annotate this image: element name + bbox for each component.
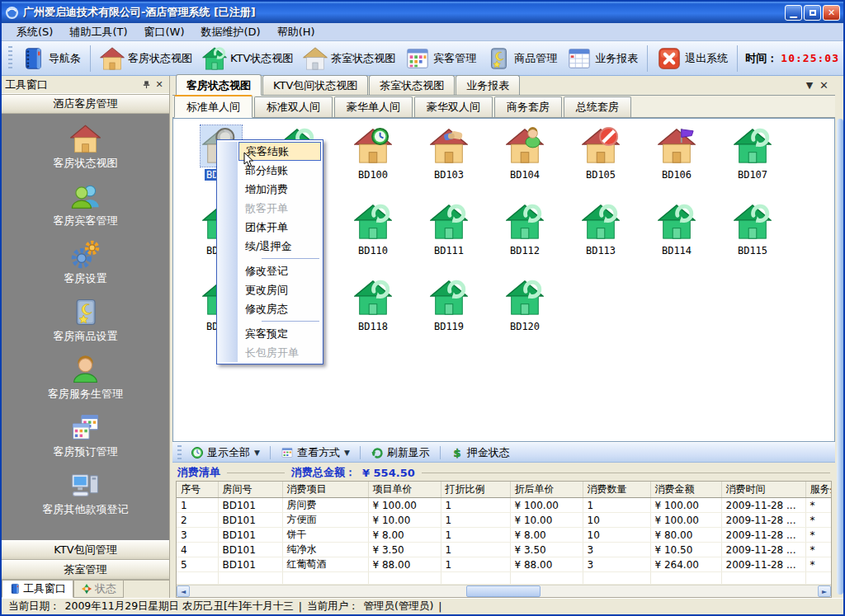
room-BD112[interactable]: BD112 xyxy=(487,201,563,277)
context-menu-item[interactable]: 更改房间 xyxy=(238,280,321,299)
sidebar-section-bar[interactable]: 茶室管理 xyxy=(2,560,169,580)
sidebar-item-computer[interactable]: 客房其他款项登记 xyxy=(43,470,129,517)
table-header-cell[interactable]: 折后单价 xyxy=(510,482,583,498)
room-type-tab[interactable]: 标准单人间 xyxy=(174,95,253,118)
room-BD104[interactable]: BD104 xyxy=(487,125,563,201)
context-menu-item[interactable]: 团体开单 xyxy=(238,218,321,237)
document-tab[interactable]: 茶室状态视图 xyxy=(369,75,455,95)
scrollbar-thumb[interactable] xyxy=(466,585,541,597)
sidebar-section-hotel-room-management[interactable]: 酒店客房管理 xyxy=(2,94,169,114)
room-type-tab[interactable]: 商务套房 xyxy=(494,96,562,117)
menubar-item[interactable]: 帮助(H) xyxy=(269,23,323,41)
view-toolbar-button-dollar-green[interactable]: $押金状态 xyxy=(445,444,516,461)
room-BD105[interactable]: BD105 xyxy=(563,125,639,201)
context-menu-item[interactable]: 宾客结账 xyxy=(238,142,321,161)
toolbar-button-calendar-grid[interactable]: 宾客管理 xyxy=(400,44,481,73)
minimize-button[interactable]: ▁ xyxy=(785,5,802,21)
sidebar-item-house-red[interactable]: 客房状态视图 xyxy=(54,124,118,171)
table-header-cell[interactable]: 打折比例 xyxy=(441,482,510,498)
tab-close-icon[interactable]: ✕ xyxy=(819,79,828,92)
room-BD100[interactable]: BD100 xyxy=(335,125,411,201)
scroll-left-arrow-icon[interactable]: ◄ xyxy=(177,585,190,597)
toolbar-button-house-red[interactable]: 客房状态视图 xyxy=(95,44,197,73)
table-row[interactable]: 2BD101方便面¥ 10.001¥ 10.0010¥ 100.002009-1… xyxy=(177,513,832,528)
sidebar-item-people[interactable]: 客房宾客管理 xyxy=(54,181,118,228)
menubar-item[interactable]: 系统(S) xyxy=(8,23,61,41)
view-toolbar-button-refresh-green[interactable]: 刷新显示 xyxy=(365,444,436,461)
context-menu-item[interactable]: 宾客预定 xyxy=(238,324,321,343)
room-BD114[interactable]: BD114 xyxy=(639,201,715,277)
view-toolbar-buttons: 显示全部▼查看方式▼刷新显示$押金状态 xyxy=(185,444,516,461)
table-row[interactable]: 5BD101红葡萄酒¥ 88.001¥ 88.003¥ 264.002009-1… xyxy=(177,557,832,572)
view-toolbar-button-view-grid[interactable]: 查看方式▼ xyxy=(275,444,356,461)
room-BD118[interactable]: BD118 xyxy=(335,277,411,353)
table-row[interactable]: 1BD101房间费¥ 100.001¥ 100.001¥ 100.002009-… xyxy=(177,498,832,513)
room-BD110[interactable]: BD110 xyxy=(335,201,411,277)
table-cell: 5 xyxy=(177,557,218,572)
toolbar-button-house-green[interactable]: KTV状态视图 xyxy=(197,44,298,73)
room-BD119[interactable]: BD119 xyxy=(411,277,487,353)
right-edge-strip xyxy=(837,119,843,595)
table-header-cell[interactable]: 消费数量 xyxy=(583,482,650,498)
room-BD106[interactable]: BD106 xyxy=(639,125,715,201)
chevron-down-icon[interactable]: ▼ xyxy=(344,449,350,457)
sidebar-item-waiter[interactable]: 客房服务生管理 xyxy=(48,355,123,402)
sidebar-bottom-tab[interactable]: 工具窗口 xyxy=(2,581,73,598)
room-type-tab[interactable]: 标准双人间 xyxy=(254,96,333,117)
room-type-tab[interactable]: 豪华单人间 xyxy=(334,96,413,117)
context-menu-item[interactable]: 续/退押金 xyxy=(238,237,321,256)
toolbar-button-goods-card[interactable]: 商品管理 xyxy=(481,44,562,73)
toolbar-button-report-sheet[interactable]: 业务报表 xyxy=(562,44,643,73)
sidebar-section-bar[interactable]: KTV包间管理 xyxy=(2,540,169,560)
sidebar-item-calendars[interactable]: 客房预订管理 xyxy=(54,412,118,459)
table-header-cell[interactable]: 消费金额 xyxy=(650,482,721,498)
context-menu-item[interactable]: 修改房态 xyxy=(238,299,321,318)
menubar-item[interactable]: 窗口(W) xyxy=(136,23,193,41)
close-button[interactable]: ✕ xyxy=(823,5,840,21)
tool-window-close-icon[interactable]: ✕ xyxy=(153,78,166,91)
room-type-tab[interactable]: 总统套房 xyxy=(564,96,631,117)
pin-icon[interactable] xyxy=(139,78,153,91)
chevron-down-icon[interactable]: ▼ xyxy=(254,449,260,457)
menubar-item[interactable]: 数据维护(D) xyxy=(193,23,269,41)
room-BD103[interactable]: BD103 xyxy=(411,125,487,201)
table-header-cell[interactable]: 消费时间 xyxy=(721,482,805,498)
exit-x-icon xyxy=(657,46,682,71)
room-type-tab[interactable]: 豪华双人间 xyxy=(414,96,493,117)
tool-window-title: 工具窗口 xyxy=(5,78,139,92)
room-BD120[interactable]: BD120 xyxy=(487,277,563,353)
table-header-cell[interactable]: 项目单价 xyxy=(368,482,441,498)
table-header-cell[interactable]: 房间号 xyxy=(218,482,282,498)
sidebar-bottom-tab[interactable]: 状态 xyxy=(73,581,124,598)
table-header-cell[interactable]: 序号 xyxy=(177,482,218,498)
toolbar-button-nav-book[interactable]: 导航条 xyxy=(16,44,86,73)
table-row[interactable]: 4BD101纯净水¥ 3.501¥ 3.503¥ 10.502009-11-28… xyxy=(177,543,832,557)
scrollbar-track[interactable] xyxy=(190,585,818,597)
room-BD113[interactable]: BD113 xyxy=(563,201,639,277)
table-row[interactable]: 3BD101饼干¥ 8.001¥ 8.0010¥ 80.002009-11-28… xyxy=(177,528,832,543)
tab-scroll-chevron-down-icon[interactable]: ▼ xyxy=(806,80,813,91)
context-menu-item[interactable]: 修改登记 xyxy=(238,261,321,280)
maximize-button[interactable] xyxy=(804,5,821,21)
scroll-right-arrow-icon[interactable]: ► xyxy=(818,585,831,597)
toolbar-button-exit-x[interactable]: 退出系统 xyxy=(652,44,733,73)
room-BD115[interactable]: BD115 xyxy=(715,201,791,277)
view-toolbar-button-clock-green[interactable]: 显示全部▼ xyxy=(185,444,266,461)
sidebar-item-gears[interactable]: 客房设置 xyxy=(64,239,107,286)
document-tab[interactable]: 业务报表 xyxy=(456,75,520,95)
table-cell xyxy=(650,572,721,585)
table-cell: ¥ 10.00 xyxy=(368,513,441,528)
table-header-cell[interactable]: 消费项目 xyxy=(282,482,368,498)
table-header-cell[interactable]: 服务生 xyxy=(805,482,832,498)
context-menu-item[interactable]: 部分结账 xyxy=(238,161,321,180)
toolbar-button-house-tea[interactable]: 茶室状态视图 xyxy=(298,44,400,73)
room-BD107[interactable]: BD107 xyxy=(715,125,791,201)
document-tab[interactable]: KTV包间状态视图 xyxy=(262,75,368,95)
document-tab[interactable]: 客房状态视图 xyxy=(176,74,262,96)
horizontal-scrollbar[interactable]: ◄ ► xyxy=(177,585,831,597)
context-menu-item: 散客开单 xyxy=(238,199,321,218)
room-BD111[interactable]: BD111 xyxy=(411,201,487,277)
context-menu-item[interactable]: 增加消费 xyxy=(238,180,321,199)
sidebar-item-goods-card[interactable]: 客房商品设置 xyxy=(54,297,118,344)
menubar-item[interactable]: 辅助工具(T) xyxy=(61,23,135,41)
